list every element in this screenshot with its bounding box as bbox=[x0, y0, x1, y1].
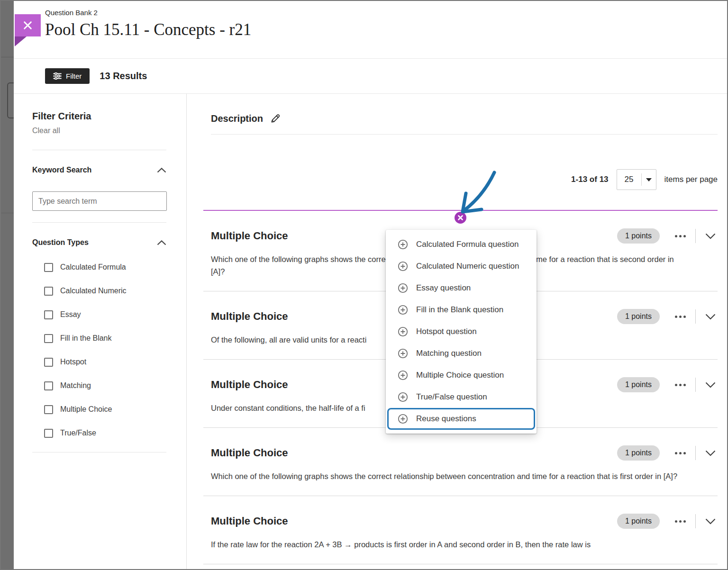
question-types-label: Question Types bbox=[32, 238, 89, 247]
checkbox[interactable] bbox=[44, 263, 53, 272]
menu-item-true-false[interactable]: True/False question bbox=[386, 386, 537, 408]
question-type-title: Multiple Choice bbox=[211, 515, 288, 528]
filter-button-label: Filter bbox=[66, 72, 82, 80]
divider bbox=[695, 446, 696, 460]
search-input[interactable] bbox=[32, 191, 167, 211]
type-option-label: Essay bbox=[60, 310, 81, 319]
menu-item-label: Essay question bbox=[416, 283, 471, 293]
menu-item-fill-in-the-blank[interactable]: Fill in the Blank question bbox=[386, 299, 537, 321]
expand-chevron-down-icon[interactable] bbox=[703, 380, 718, 390]
type-option-label: Hotspot bbox=[60, 358, 86, 366]
background-divider bbox=[1, 213, 14, 213]
type-option-true-false: True/False bbox=[32, 421, 166, 445]
filter-button[interactable]: Filter bbox=[45, 68, 90, 84]
menu-item-label: True/False question bbox=[416, 392, 487, 402]
checkbox[interactable] bbox=[44, 310, 53, 319]
pagination-bar: 1-13 of 13 25 items per page bbox=[203, 169, 718, 190]
menu-item-label: Reuse questions bbox=[416, 414, 476, 424]
checkbox[interactable] bbox=[44, 381, 53, 390]
type-option-calculated-numeric: Calculated Numeric bbox=[32, 279, 166, 303]
close-add-menu-button[interactable] bbox=[455, 212, 466, 224]
add-circle-icon bbox=[398, 239, 408, 250]
add-question-menu: Calculated Formula question Calculated N… bbox=[386, 230, 537, 434]
question-type-title: Multiple Choice bbox=[211, 310, 288, 323]
close-panel-button[interactable] bbox=[15, 14, 41, 36]
description-label: Description bbox=[211, 113, 263, 124]
divider bbox=[32, 222, 166, 223]
expand-chevron-down-icon[interactable] bbox=[703, 231, 718, 241]
background-page-remnant bbox=[1, 1, 14, 569]
menu-item-label: Fill in the Blank question bbox=[416, 305, 503, 315]
divider bbox=[695, 309, 696, 324]
question-types-section-header[interactable]: Question Types bbox=[32, 238, 166, 247]
results-count: 13 Results bbox=[100, 71, 147, 81]
type-option-label: Fill in the Blank bbox=[60, 334, 112, 343]
overflow-menu-icon[interactable] bbox=[674, 232, 687, 240]
menu-item-matching[interactable]: Matching question bbox=[386, 343, 537, 364]
menu-item-label: Matching question bbox=[416, 349, 482, 358]
question-type-title: Multiple Choice bbox=[211, 378, 288, 391]
checkbox[interactable] bbox=[44, 287, 53, 296]
menu-item-multiple-choice[interactable]: Multiple Choice question bbox=[386, 364, 537, 386]
question-text: Which one of the following graphs shows … bbox=[211, 470, 687, 482]
filter-sliders-icon bbox=[53, 72, 62, 80]
question-bank-label: Question Bank 2 bbox=[45, 8, 727, 18]
menu-item-label: Calculated Numeric question bbox=[416, 262, 519, 271]
close-icon bbox=[23, 20, 33, 30]
type-option-calculated-formula: Calculated Formula bbox=[32, 255, 166, 279]
divider bbox=[695, 514, 696, 528]
results-range: 1-13 of 13 bbox=[571, 175, 608, 184]
question-type-filter-list: Calculated Formula Calculated Numeric Es… bbox=[32, 255, 166, 445]
question-row: Multiple Choice 1 points Which one of th… bbox=[203, 428, 718, 496]
clear-all-link[interactable]: Clear all bbox=[32, 127, 60, 135]
panel-header: Question Bank 2 Pool Ch 15.11 - Concepts… bbox=[14, 1, 727, 59]
question-type-title: Multiple Choice bbox=[211, 229, 288, 243]
checkbox[interactable] bbox=[44, 429, 53, 438]
chevron-up-icon bbox=[157, 240, 166, 245]
page-size-value: 25 bbox=[617, 175, 641, 184]
edit-pencil-icon[interactable] bbox=[270, 113, 281, 124]
keyword-search-section-header[interactable]: Keyword Search bbox=[32, 166, 166, 174]
filter-criteria-sidebar: Filter Criteria Clear all Keyword Search… bbox=[14, 94, 187, 570]
add-circle-icon bbox=[398, 326, 408, 337]
filter-toolbar: Filter 13 Results bbox=[14, 59, 727, 94]
menu-item-hotspot[interactable]: Hotspot question bbox=[386, 321, 537, 343]
menu-item-calculated-formula[interactable]: Calculated Formula question bbox=[386, 234, 537, 255]
filter-criteria-title: Filter Criteria bbox=[32, 111, 166, 122]
question-type-title: Multiple Choice bbox=[211, 446, 288, 460]
type-option-label: Multiple Choice bbox=[60, 405, 112, 414]
checkbox[interactable] bbox=[44, 358, 53, 367]
divider bbox=[32, 452, 166, 452]
points-badge: 1 points bbox=[617, 228, 660, 244]
dropdown-caret-icon bbox=[646, 178, 652, 181]
overflow-menu-icon[interactable] bbox=[674, 517, 687, 525]
menu-item-reuse-questions[interactable]: Reuse questions bbox=[387, 408, 535, 430]
ribbon-fold bbox=[15, 36, 27, 46]
chevron-up-icon bbox=[157, 168, 166, 173]
expand-chevron-down-icon[interactable] bbox=[703, 448, 718, 458]
keyword-search-label: Keyword Search bbox=[32, 166, 91, 174]
menu-item-essay[interactable]: Essay question bbox=[386, 277, 537, 299]
menu-item-calculated-numeric[interactable]: Calculated Numeric question bbox=[386, 255, 537, 277]
points-badge: 1 points bbox=[617, 309, 660, 324]
overflow-menu-icon[interactable] bbox=[674, 313, 687, 321]
items-per-page-label: items per page bbox=[664, 175, 718, 184]
background-divider bbox=[1, 57, 14, 57]
add-circle-icon bbox=[398, 392, 408, 402]
overflow-menu-icon[interactable] bbox=[674, 381, 687, 389]
checkbox[interactable] bbox=[44, 334, 53, 343]
pool-panel: Question Bank 2 Pool Ch 15.11 - Concepts… bbox=[14, 1, 727, 569]
type-option-matching: Matching bbox=[32, 374, 166, 398]
question-text: If the rate law for the reaction 2A + 3B… bbox=[211, 538, 687, 551]
divider bbox=[211, 134, 718, 135]
checkbox[interactable] bbox=[44, 405, 53, 414]
expand-chevron-down-icon[interactable] bbox=[703, 516, 718, 526]
add-circle-icon bbox=[398, 348, 408, 359]
overflow-menu-icon[interactable] bbox=[674, 449, 687, 457]
page-size-select[interactable]: 25 bbox=[617, 169, 656, 190]
divider bbox=[695, 229, 696, 243]
menu-item-label: Hotspot question bbox=[416, 327, 477, 336]
add-circle-icon bbox=[398, 414, 408, 424]
add-circle-icon bbox=[398, 305, 408, 315]
expand-chevron-down-icon[interactable] bbox=[703, 312, 718, 322]
